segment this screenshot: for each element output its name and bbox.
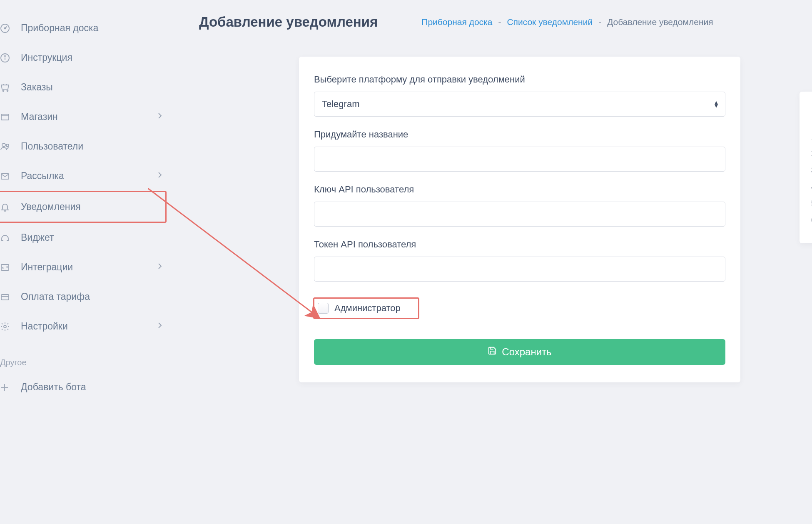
platform-select[interactable] [314,92,725,117]
sidebar-item-mailing[interactable]: Рассылка [0,161,167,191]
header-divider [402,12,402,32]
chevron-right-icon [157,262,162,272]
api-token-label: Токен API пользователя [314,239,725,250]
svg-point-15 [4,325,6,328]
info-icon [0,53,13,63]
sidebar-item-shop[interactable]: Магазин [0,102,167,132]
save-button[interactable]: Сохранить [314,339,725,365]
sidebar-item-label: Пользователи [21,141,162,152]
sidebar-item-orders[interactable]: Заказы [0,72,167,102]
save-icon [488,346,497,358]
breadcrumb-sep: - [498,17,501,27]
sidebar: Приборная доска Инструкция Заказы Магази… [0,0,167,524]
notification-form-card: Выберите платформу для отправки уведолме… [299,57,740,382]
widget-icon [0,233,13,243]
admin-checkbox[interactable] [318,303,329,314]
mail-icon [0,171,13,181]
main-content: Добавление уведомления Приборная доска -… [167,0,812,524]
svg-point-4 [5,55,5,56]
svg-point-9 [2,143,5,147]
sidebar-item-label: Интеграции [21,262,157,273]
cart-icon [0,82,13,92]
plus-icon [0,383,13,392]
sidebar-item-dashboard[interactable]: Приборная доска [0,13,167,43]
api-key-label: Ключ API пользователя [314,184,725,195]
sidebar-item-label: Магазин [21,111,157,122]
sidebar-item-label: Рассылка [21,170,157,182]
svg-rect-7 [1,114,9,120]
gear-icon [0,322,13,332]
svg-rect-13 [1,294,9,300]
sidebar-section-other: Другое [0,341,167,372]
breadcrumb-current: Добавление уведомления [607,17,713,27]
name-label: Придумайте название [314,129,725,140]
page-header: Добавление уведомления Приборная доска -… [199,12,812,32]
sidebar-item-label: Настройки [21,321,157,332]
sidebar-item-instruction[interactable]: Инструкция [0,43,167,72]
sidebar-item-settings[interactable]: Настройки [0,312,167,341]
users-icon [0,142,13,152]
sidebar-item-widget[interactable]: Виджет [0,223,167,252]
save-button-label: Сохранить [502,346,551,358]
page-title: Добавление уведомления [199,14,378,30]
gauge-icon [0,23,13,33]
api-key-input[interactable] [314,202,725,227]
sidebar-item-payment[interactable]: Оплата тарифа [0,282,167,312]
sidebar-item-integrations[interactable]: Интеграции [0,252,167,282]
help-panel: Ка 1. П 2. Н 3. Н 4. В 5. А 6. Д [800,92,812,243]
browser-icon [0,112,13,122]
card-icon [0,292,13,302]
admin-checkbox-label: Администратор [334,303,401,314]
chevron-right-icon [157,321,162,332]
breadcrumb-notifications-list-link[interactable]: Список уведомлений [507,17,593,27]
admin-checkbox-highlight: Администратор [313,297,419,319]
swap-icon [0,262,13,272]
api-token-input[interactable] [314,257,725,282]
sidebar-item-notifications[interactable]: Уведомления [0,191,167,223]
sidebar-item-label: Уведомления [21,201,161,212]
svg-point-1 [5,27,6,29]
chevron-right-icon [157,171,162,181]
sidebar-item-label: Приборная доска [21,22,162,34]
svg-point-5 [3,90,4,91]
sidebar-item-label: Инструкция [21,52,162,63]
bell-icon [0,202,13,212]
svg-rect-12 [1,264,9,270]
sidebar-item-label: Заказы [21,82,162,93]
sidebar-item-label: Оплата тарифа [21,291,162,302]
svg-point-10 [6,144,9,147]
platform-label: Выберите платформу для отправки уведолме… [314,74,725,85]
sidebar-item-users[interactable]: Пользователи [0,132,167,161]
breadcrumb-sep: - [598,17,601,27]
sidebar-item-add-bot[interactable]: Добавить бота [0,372,167,402]
chevron-right-icon [157,112,162,122]
breadcrumb: Приборная доска - Список уведомлений - Д… [421,17,713,27]
svg-point-6 [7,90,8,91]
sidebar-item-label: Виджет [21,232,162,243]
breadcrumb-dashboard-link[interactable]: Приборная доска [421,17,492,27]
name-input[interactable] [314,147,725,172]
sidebar-item-label: Добавить бота [21,382,162,393]
